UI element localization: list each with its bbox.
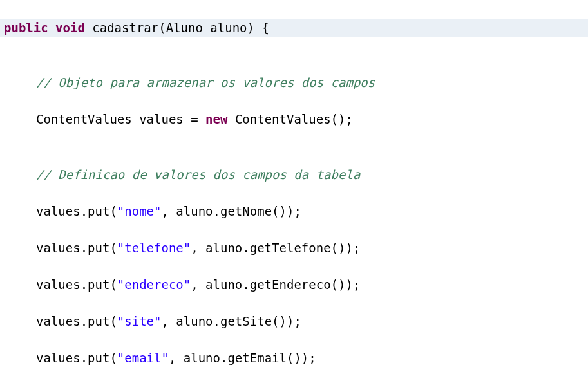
code-line-3: // Objeto para armazenar os valores dos …	[0, 73, 588, 92]
code-text: ContentValues();	[227, 112, 352, 126]
code-text: ContentValues values =	[36, 112, 205, 126]
string-literal: "telefone"	[117, 241, 191, 255]
code-text: values.put(	[36, 314, 117, 328]
code-text: values.put(	[36, 204, 117, 218]
code-line-1: public void cadastrar(Aluno aluno) {	[0, 19, 588, 37]
comment: // Definicao de valores dos campos da ta…	[36, 167, 360, 182]
keyword-new: new	[205, 112, 227, 126]
code-text: , aluno.getTelefone());	[191, 241, 360, 255]
code-line-6: // Definicao de valores dos campos da ta…	[0, 165, 588, 184]
code-line-7: values.put("nome", aluno.getNome());	[0, 202, 588, 221]
keyword-public: public	[4, 21, 48, 35]
string-literal: "site"	[117, 314, 162, 328]
method-signature: cadastrar(Aluno aluno) {	[85, 21, 269, 35]
code-line-9: values.put("endereco", aluno.getEndereco…	[0, 276, 588, 294]
code-text: , aluno.getEndereco());	[191, 277, 360, 292]
code-line-11: values.put("email", aluno.getEmail());	[0, 349, 588, 368]
code-line-4: ContentValues values = new ContentValues…	[0, 110, 588, 129]
code-text: values.put(	[36, 351, 117, 365]
string-literal: "email"	[117, 351, 169, 365]
code-text: , aluno.getNome());	[161, 204, 301, 218]
string-literal: "endereco"	[117, 277, 191, 292]
comment: // Objeto para armazenar os valores dos …	[36, 75, 375, 89]
code-text: values.put(	[36, 277, 117, 292]
code-text: , aluno.getSite());	[161, 314, 301, 328]
code-text: , aluno.getEmail());	[169, 351, 316, 365]
code-block: public void cadastrar(Aluno aluno) { // …	[0, 0, 588, 383]
code-line-10: values.put("site", aluno.getSite());	[0, 312, 588, 331]
string-literal: "nome"	[117, 204, 162, 218]
keyword-void: void	[55, 21, 85, 35]
code-line-8: values.put("telefone", aluno.getTelefone…	[0, 239, 588, 257]
code-text: values.put(	[36, 241, 117, 255]
